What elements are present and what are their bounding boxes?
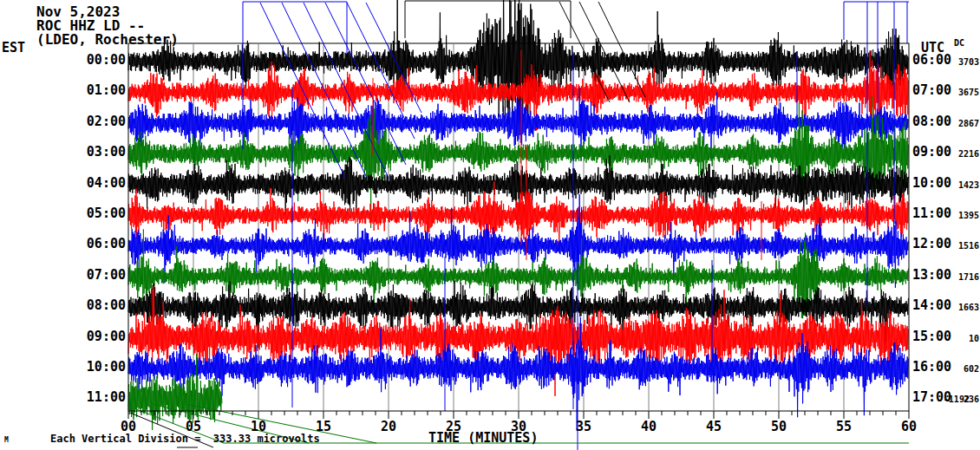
dc-value-6: 1516 bbox=[930, 241, 979, 251]
est-label-0400: 04:00 bbox=[48, 176, 126, 190]
est-label-0200: 02:00 bbox=[48, 114, 126, 128]
dc-value-5: 1395 bbox=[930, 211, 979, 221]
x-tick-label-40: 40 bbox=[634, 419, 663, 434]
dc-value-9: 10 bbox=[930, 334, 979, 344]
est-label-1100: 11:00 bbox=[48, 390, 126, 404]
dc-value-11: -1192236 bbox=[930, 395, 979, 405]
est-label-0000: 00:00 bbox=[48, 53, 126, 67]
est-label-1000: 10:00 bbox=[48, 360, 126, 374]
x-tick-label-45: 45 bbox=[699, 419, 728, 434]
dc-value-4: 1423 bbox=[930, 180, 979, 191]
est-label-0300: 03:00 bbox=[48, 145, 126, 159]
est-label-0100: 01:00 bbox=[48, 83, 126, 97]
x-tick-label-20: 20 bbox=[374, 419, 403, 434]
dc-value-10: 602 bbox=[930, 364, 979, 375]
dc-value-3: 2216 bbox=[930, 149, 979, 160]
station-name: (LDEO, Rochester) bbox=[36, 33, 179, 47]
dc-value-8: 1663 bbox=[930, 303, 979, 313]
helicorder-plot bbox=[0, 0, 980, 450]
dc-column-header: DC bbox=[954, 38, 964, 49]
dc-value-1: 3675 bbox=[930, 88, 979, 98]
dc-value-0: 3703 bbox=[930, 57, 979, 68]
x-tick-label-60: 60 bbox=[894, 419, 924, 434]
dc-value-overlap: 236 bbox=[964, 395, 979, 404]
est-label-0600: 06:00 bbox=[48, 237, 126, 251]
x-tick-label-50: 50 bbox=[764, 419, 794, 434]
est-label-0800: 08:00 bbox=[48, 298, 126, 312]
est-label-0900: 09:00 bbox=[48, 329, 126, 343]
left-axis-header: EST bbox=[2, 40, 25, 55]
x-tick-label-55: 55 bbox=[829, 419, 859, 434]
scale-note: Each Vertical Division = 333.33 microvol… bbox=[50, 433, 320, 445]
logo-mark: M bbox=[4, 436, 9, 444]
dc-value-2: 2867 bbox=[930, 119, 979, 129]
est-label-0700: 07:00 bbox=[48, 268, 126, 282]
black-wrap-diagonals bbox=[598, 2, 645, 97]
x-tick-label-35: 35 bbox=[569, 419, 598, 434]
dc-value-7: 1716 bbox=[930, 272, 979, 283]
est-label-0500: 05:00 bbox=[48, 206, 126, 220]
x-axis-title: TIME (MINUTES) bbox=[428, 430, 538, 446]
